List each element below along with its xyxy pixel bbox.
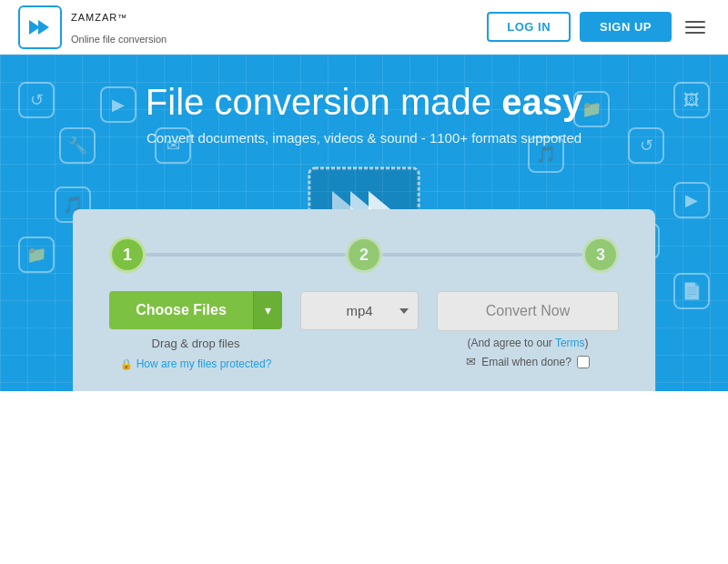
- signup-button[interactable]: SIGN UP: [580, 12, 672, 42]
- float-icon-r8: 📄: [673, 273, 710, 309]
- hamburger-line-1: [685, 21, 705, 23]
- format-select-column: mp4: [296, 291, 423, 330]
- float-icon-r5: ▶: [673, 182, 710, 218]
- choose-files-button-group: Choose Files ▾: [109, 291, 282, 329]
- step-connector-2-3: [382, 253, 582, 257]
- email-label: Email when done?: [481, 356, 571, 368]
- login-button[interactable]: LOG IN: [487, 12, 571, 42]
- site-header: ZAMZAR™ Online file conversion LOG IN SI…: [0, 0, 728, 55]
- choose-files-dropdown-arrow[interactable]: ▾: [253, 291, 282, 329]
- format-select[interactable]: mp4: [300, 291, 419, 330]
- step-1-circle: 1: [109, 237, 146, 273]
- brand-tagline: Online file conversion: [71, 34, 167, 45]
- email-checkbox[interactable]: [577, 356, 590, 368]
- hamburger-line-2: [685, 26, 705, 28]
- zamzar-logo-svg: [25, 13, 55, 42]
- email-icon: ✉: [466, 355, 476, 368]
- svg-marker-1: [38, 20, 49, 35]
- hamburger-line-3: [685, 32, 705, 34]
- hero-title: File conversion made easy: [146, 82, 582, 123]
- step-connector-1-2: [146, 253, 346, 257]
- float-icon-r2: ↺: [628, 127, 664, 164]
- convert-now-button[interactable]: Convert Now: [437, 291, 619, 331]
- logo-icon: [18, 5, 62, 49]
- file-protection-link[interactable]: 🔒 How are my files protected?: [120, 358, 272, 370]
- lock-icon: 🔒: [120, 358, 133, 370]
- drag-drop-label: Drag & drop files: [152, 337, 240, 350]
- logo-text: ZAMZAR™ Online file conversion: [71, 10, 167, 45]
- choose-files-button[interactable]: Choose Files: [109, 291, 253, 329]
- float-icon-r1: 🖼: [673, 82, 710, 118]
- float-icon-2: 🔧: [59, 127, 96, 164]
- convert-now-column: Convert Now (And agree to our Terms) ✉ E…: [437, 291, 619, 368]
- float-icon-3: ▶: [100, 86, 136, 123]
- email-row: ✉ Email when done?: [466, 355, 590, 368]
- step-3-circle: 3: [582, 237, 619, 273]
- hero-subtitle: Convert documents, images, videos & soun…: [147, 130, 581, 146]
- step-2-circle: 2: [346, 237, 382, 273]
- float-icon-1: ↺: [18, 82, 55, 118]
- controls-row: Choose Files ▾ Drag & drop files 🔒 How a…: [109, 291, 619, 370]
- float-icon-7: 📁: [18, 237, 55, 273]
- choose-files-column: Choose Files ▾ Drag & drop files 🔒 How a…: [109, 291, 282, 370]
- hamburger-menu-button[interactable]: [681, 16, 710, 38]
- conversion-panel: 1 2 3 Choose Files ▾ Drag & drop files 🔒…: [73, 209, 655, 391]
- hero-section: ↺ 🔧 ▶ ✉ 🎵 📄 📁 🖼 ↺ 📁 🎵 ▶ 📷 📋 📄 File conve…: [0, 55, 728, 391]
- logo-area: ZAMZAR™ Online file conversion: [18, 5, 167, 49]
- steps-row: 1 2 3: [109, 237, 619, 273]
- terms-text: (And agree to our Terms): [467, 337, 588, 349]
- brand-name: ZAMZAR™: [71, 10, 167, 34]
- header-buttons: LOG IN SIGN UP: [487, 12, 710, 42]
- terms-link[interactable]: Terms: [555, 337, 585, 349]
